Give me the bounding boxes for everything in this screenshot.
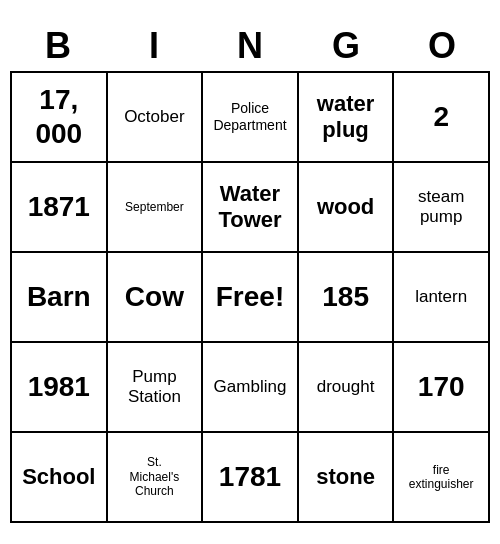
bingo-cell: September bbox=[108, 163, 204, 253]
bingo-cell: 17, 000 bbox=[12, 73, 108, 163]
bingo-cell: lantern bbox=[394, 253, 490, 343]
bingo-cell: wood bbox=[299, 163, 395, 253]
cell-text: drought bbox=[317, 377, 375, 397]
bingo-cell: 1981 bbox=[12, 343, 108, 433]
cell-text: October bbox=[124, 107, 184, 127]
cell-text: stone bbox=[316, 464, 375, 490]
bingo-cell: 2 bbox=[394, 73, 490, 163]
bingo-cell: St. Michael's Church bbox=[108, 433, 204, 523]
cell-text: 2 bbox=[433, 100, 449, 134]
cell-text: Barn bbox=[27, 280, 91, 314]
cell-text: Water Tower bbox=[218, 181, 281, 234]
bingo-card: BINGO 17, 000OctoberPolice Departmentwat… bbox=[10, 21, 490, 523]
bingo-cell: water plug bbox=[299, 73, 395, 163]
bingo-cell: October bbox=[108, 73, 204, 163]
cell-text: 185 bbox=[322, 280, 369, 314]
cell-text: steam pump bbox=[418, 187, 464, 228]
bingo-grid: 17, 000OctoberPolice Departmentwater plu… bbox=[10, 71, 490, 523]
bingo-cell: Barn bbox=[12, 253, 108, 343]
bingo-cell: stone bbox=[299, 433, 395, 523]
cell-text: lantern bbox=[415, 287, 467, 307]
cell-text: School bbox=[22, 464, 95, 490]
header-letter: G bbox=[298, 21, 394, 71]
bingo-cell: Police Department bbox=[203, 73, 299, 163]
cell-text: 1781 bbox=[219, 460, 281, 494]
bingo-cell: 1781 bbox=[203, 433, 299, 523]
bingo-cell: steam pump bbox=[394, 163, 490, 253]
header-letter: N bbox=[202, 21, 298, 71]
bingo-cell: 185 bbox=[299, 253, 395, 343]
cell-text: September bbox=[125, 200, 184, 214]
cell-text: St. Michael's Church bbox=[130, 455, 180, 498]
header-letter: I bbox=[106, 21, 202, 71]
header-letter: O bbox=[394, 21, 490, 71]
cell-text: 1981 bbox=[28, 370, 90, 404]
header-letter: B bbox=[10, 21, 106, 71]
cell-text: water plug bbox=[317, 91, 374, 144]
bingo-header: BINGO bbox=[10, 21, 490, 71]
cell-text: 17, 000 bbox=[35, 83, 82, 150]
bingo-cell: School bbox=[12, 433, 108, 523]
cell-text: Cow bbox=[125, 280, 184, 314]
bingo-cell: drought bbox=[299, 343, 395, 433]
cell-text: Police Department bbox=[213, 100, 286, 134]
bingo-cell: Gambling bbox=[203, 343, 299, 433]
cell-text: Pump Station bbox=[128, 367, 181, 408]
bingo-cell: Cow bbox=[108, 253, 204, 343]
cell-text: Gambling bbox=[214, 377, 287, 397]
bingo-cell: 170 bbox=[394, 343, 490, 433]
cell-text: wood bbox=[317, 194, 374, 220]
cell-text: fire extinguisher bbox=[409, 463, 474, 492]
cell-text: 170 bbox=[418, 370, 465, 404]
bingo-cell: Free! bbox=[203, 253, 299, 343]
bingo-cell: fire extinguisher bbox=[394, 433, 490, 523]
bingo-cell: Pump Station bbox=[108, 343, 204, 433]
cell-text: 1871 bbox=[28, 190, 90, 224]
bingo-cell: 1871 bbox=[12, 163, 108, 253]
cell-text: Free! bbox=[216, 280, 284, 314]
bingo-cell: Water Tower bbox=[203, 163, 299, 253]
